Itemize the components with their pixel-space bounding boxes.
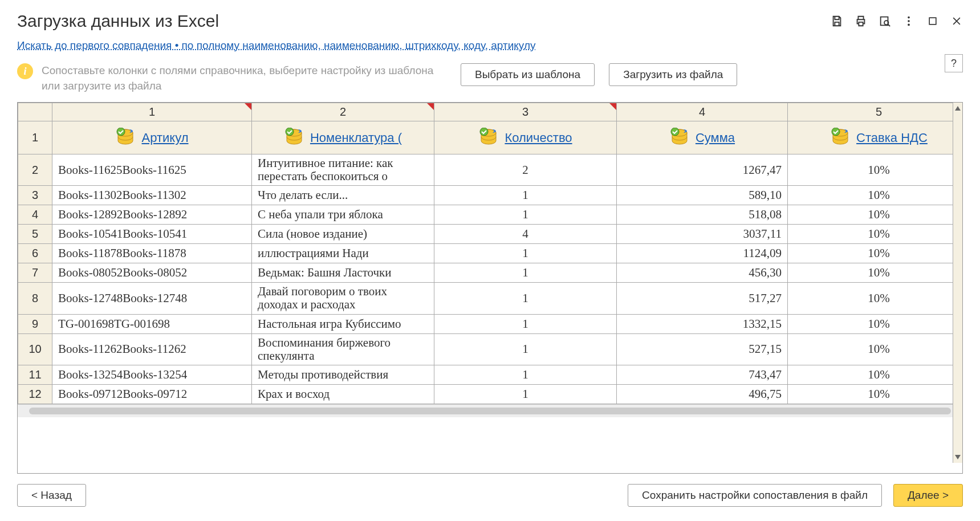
field-header-nomenclature[interactable]: Номенклатура ( [252,121,434,154]
row-num-1: 1 [18,121,52,154]
cell-sum[interactable]: 743,47 [617,365,788,384]
col-num-4[interactable]: 4 [617,103,788,121]
cell-qty[interactable]: 2 [434,154,617,186]
cell-vat[interactable]: 10% [788,205,963,225]
choose-template-button[interactable]: Выбрать из шаблона [461,63,595,86]
cell-vat[interactable]: 10% [788,154,963,186]
cell-name[interactable]: Воспоминания биржевого спекулянта [252,333,434,365]
close-icon[interactable] [950,15,963,27]
cell-qty[interactable]: 1 [434,263,617,283]
cell-sum[interactable]: 456,30 [617,263,788,283]
cell-sum[interactable]: 518,08 [617,205,788,225]
preview-icon[interactable] [879,15,891,27]
search-mode-link[interactable]: Искать до первого совпадения • по полном… [17,39,535,51]
row-num: 4 [18,205,52,225]
cell-article[interactable]: Books-12892Books-12892 [52,205,252,225]
save-mapping-button[interactable]: Сохранить настройки сопоставления в файл [628,484,882,507]
cell-qty[interactable]: 1 [434,283,617,314]
cell-name[interactable]: иллюстрациями Нади [252,244,434,263]
cell-qty[interactable]: 1 [434,365,617,384]
cell-sum[interactable]: 517,27 [617,283,788,314]
table-row[interactable]: 12Books-09712Books-09712Крах и восход149… [18,384,963,404]
cell-name[interactable]: С неба упали три яблока [252,205,434,225]
load-file-button[interactable]: Загрузить из файла [609,63,737,86]
field-header-sum[interactable]: Сумма [617,121,788,154]
table-row[interactable]: 6Books-11878Books-11878иллюстрациями Над… [18,244,963,263]
save-doc-icon[interactable] [831,15,843,27]
cell-article[interactable]: Books-12748Books-12748 [52,283,252,314]
table-row[interactable]: 5Books-10541Books-10541Сила (новое издан… [18,225,963,244]
cell-article[interactable]: Books-09712Books-09712 [52,384,252,404]
table-row[interactable]: 8Books-12748Books-12748Давай поговорим о… [18,283,963,314]
col-num-3[interactable]: 3 [434,103,617,121]
col-num-2[interactable]: 2 [252,103,434,121]
cell-sum[interactable]: 1267,47 [617,154,788,186]
cell-qty[interactable]: 4 [434,225,617,244]
help-button[interactable]: ? [945,54,963,72]
cell-name[interactable]: Настольная игра Кубиссимо [252,314,434,333]
row-num: 11 [18,365,52,384]
cell-vat[interactable]: 10% [788,314,963,333]
cell-name[interactable]: Давай поговорим о твоих доходах и расход… [252,283,434,314]
cell-article[interactable]: Books-08052Books-08052 [52,263,252,283]
cell-article[interactable]: Books-11302Books-11302 [52,186,252,205]
row-num: 2 [18,154,52,186]
print-icon[interactable] [855,15,867,27]
table-row[interactable]: 9TG-001698TG-001698Настольная игра Кубис… [18,314,963,333]
cell-vat[interactable]: 10% [788,263,963,283]
cell-sum[interactable]: 527,15 [617,333,788,365]
cell-vat[interactable]: 10% [788,365,963,384]
horizontal-scrollbar[interactable] [18,404,962,417]
corner-cell [18,103,52,121]
col-num-1[interactable]: 1 [52,103,252,121]
field-header-vat[interactable]: Ставка НДС [788,121,963,154]
field-header-qty[interactable]: Количество [434,121,617,154]
cell-vat[interactable]: 10% [788,244,963,263]
cell-article[interactable]: Books-13254Books-13254 [52,365,252,384]
cell-name[interactable]: Ведьмак: Башня Ласточки [252,263,434,283]
cell-sum[interactable]: 1124,09 [617,244,788,263]
cell-article[interactable]: TG-001698TG-001698 [52,314,252,333]
cell-name[interactable]: Интуитивное питание: как перестать беспо… [252,154,434,186]
cell-sum[interactable]: 1332,15 [617,314,788,333]
table-row[interactable]: 3Books-11302Books-11302Что делать если..… [18,186,963,205]
cell-article[interactable]: Books-11262Books-11262 [52,333,252,365]
cell-qty[interactable]: 1 [434,186,617,205]
cell-article[interactable]: Books-11625Books-11625 [52,154,252,186]
data-grid[interactable]: 1 2 3 4 5 1 Артикул Номенклатура ( Колич… [17,102,963,474]
cell-qty[interactable]: 1 [434,314,617,333]
vertical-scrollbar[interactable] [953,103,962,463]
row-num: 12 [18,384,52,404]
cell-sum[interactable]: 496,75 [617,384,788,404]
table-row[interactable]: 10Books-11262Books-11262Воспоминания бир… [18,333,963,365]
cell-name[interactable]: Крах и восход [252,384,434,404]
cell-qty[interactable]: 1 [434,333,617,365]
col-num-5[interactable]: 5 [788,103,963,121]
cell-qty[interactable]: 1 [434,244,617,263]
table-row[interactable]: 2Books-11625Books-11625Интуитивное питан… [18,154,963,186]
cell-vat[interactable]: 10% [788,186,963,205]
more-icon[interactable] [902,15,915,27]
back-button[interactable]: < Назад [17,484,86,507]
cell-vat[interactable]: 10% [788,283,963,314]
cell-sum[interactable]: 589,10 [617,186,788,205]
cell-qty[interactable]: 1 [434,384,617,404]
window-toolbar [831,15,963,27]
table-row[interactable]: 11Books-13254Books-13254Методы противоде… [18,365,963,384]
cell-vat[interactable]: 10% [788,225,963,244]
maximize-icon[interactable] [926,15,939,27]
cell-qty[interactable]: 1 [434,205,617,225]
next-button[interactable]: Далее > [893,484,963,507]
cell-vat[interactable]: 10% [788,384,963,404]
table-row[interactable]: 7Books-08052Books-08052Ведьмак: Башня Ла… [18,263,963,283]
cell-sum[interactable]: 3037,11 [617,225,788,244]
row-num: 3 [18,186,52,205]
cell-name[interactable]: Что делать если... [252,186,434,205]
cell-article[interactable]: Books-11878Books-11878 [52,244,252,263]
table-row[interactable]: 4Books-12892Books-12892С неба упали три … [18,205,963,225]
field-header-article[interactable]: Артикул [52,121,252,154]
cell-name[interactable]: Методы противодействия [252,365,434,384]
cell-vat[interactable]: 10% [788,333,963,365]
cell-article[interactable]: Books-10541Books-10541 [52,225,252,244]
cell-name[interactable]: Сила (новое издание) [252,225,434,244]
